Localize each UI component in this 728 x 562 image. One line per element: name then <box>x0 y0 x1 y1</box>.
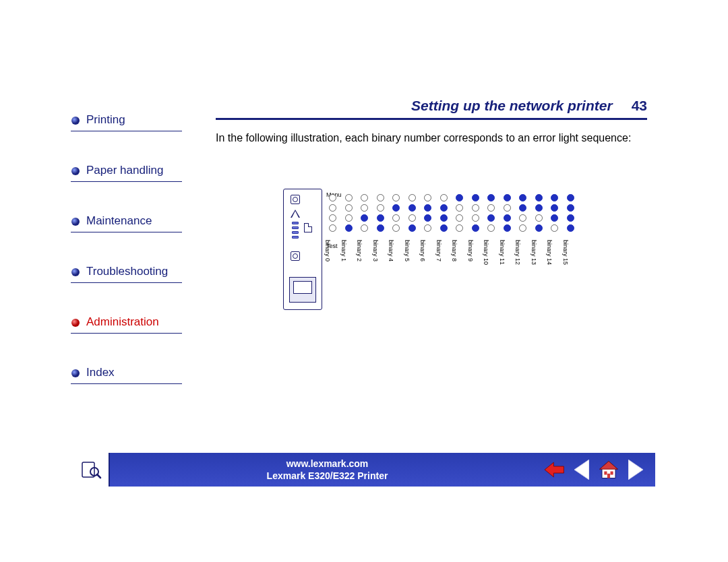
home-icon <box>599 458 619 481</box>
bullet-icon <box>71 369 80 378</box>
bullet-icon <box>71 166 80 176</box>
footer-url[interactable]: www.lexmark.com <box>110 458 545 469</box>
binary-column-label: binary 10 <box>483 240 489 265</box>
ethernet-port-icon <box>289 277 316 303</box>
light-on-icon <box>567 224 574 232</box>
light-off-icon <box>392 224 400 232</box>
binary-column: binary 4 <box>392 194 402 235</box>
light-on-icon <box>456 194 463 201</box>
light-on-icon <box>345 224 353 232</box>
svg-rect-14 <box>611 472 613 475</box>
svg-point-0 <box>71 117 80 125</box>
binary-column-label: binary 14 <box>546 240 553 265</box>
binary-column-label: binary 11 <box>499 240 506 265</box>
binary-column-label: binary 6 <box>419 240 426 261</box>
light-on-icon <box>424 204 431 212</box>
bullet-icon <box>71 116 80 125</box>
light-on-icon <box>408 224 416 232</box>
light-off-icon <box>408 214 416 222</box>
light-off-icon <box>551 224 558 232</box>
home-button[interactable] <box>599 458 619 481</box>
footer-controls <box>545 458 655 481</box>
nav-divider <box>71 333 182 334</box>
sidebar-item-printing[interactable]: Printing <box>71 113 182 131</box>
binary-column: binary 2 <box>361 194 370 235</box>
light-on-icon <box>487 194 495 201</box>
nav-divider <box>71 131 182 131</box>
binary-column: binary 8 <box>456 194 465 235</box>
previous-page-button[interactable] <box>572 458 592 481</box>
svg-rect-13 <box>604 472 607 475</box>
light-off-icon <box>329 224 336 232</box>
next-page-button[interactable] <box>626 458 646 481</box>
page-icon <box>304 223 312 232</box>
light-on-icon <box>567 204 574 212</box>
sidebar-item-administration[interactable]: Administration <box>71 315 182 334</box>
light-off-icon <box>504 204 511 212</box>
light-off-icon <box>345 204 353 212</box>
binary-column: binary 5 <box>408 194 418 235</box>
binary-column-label: binary 0 <box>324 240 331 261</box>
light-on-icon <box>504 214 511 222</box>
light-on-icon <box>487 214 495 222</box>
light-off-icon <box>329 194 336 201</box>
sidebar-item-paper-handling[interactable]: Paper handling <box>71 164 182 182</box>
back-arrow-icon <box>545 460 565 480</box>
sidebar-item-troubleshooting[interactable]: Troubleshooting <box>71 265 182 283</box>
light-off-icon <box>377 194 384 201</box>
light-off-icon <box>377 204 384 212</box>
menu-led-icon <box>291 195 300 204</box>
svg-point-5 <box>71 369 80 377</box>
sidebar-item-label: Paper handling <box>71 164 182 180</box>
light-off-icon <box>329 214 336 222</box>
page-number: 43 <box>632 98 647 114</box>
magnifier-page-icon <box>80 458 102 481</box>
indicator-bars-icon <box>292 222 299 241</box>
light-on-icon <box>551 204 558 212</box>
binary-column-label: binary 2 <box>356 240 363 261</box>
light-on-icon <box>551 194 558 201</box>
sidebar-item-label: Administration <box>71 315 182 332</box>
sidebar-item-label: Printing <box>71 113 182 129</box>
sidebar-item-maintenance[interactable]: Maintenance <box>71 214 182 232</box>
light-on-icon <box>472 194 479 201</box>
header-divider <box>216 118 647 120</box>
sidebar-nav: Printing Paper handling Maintenance Trou… <box>71 113 182 416</box>
binary-column: binary 0 <box>329 194 338 235</box>
bullet-icon <box>71 318 80 327</box>
light-on-icon <box>408 204 416 212</box>
page-header: Setting up the network printer 43 <box>216 98 647 120</box>
binary-column: binary 3 <box>377 194 386 235</box>
footer-model: Lexmark E320/E322 Printer <box>110 470 545 481</box>
light-on-icon <box>535 204 543 212</box>
light-off-icon <box>519 214 526 222</box>
light-on-icon <box>519 194 526 201</box>
search-button[interactable] <box>73 453 110 487</box>
light-on-icon <box>440 214 448 222</box>
binary-column: binary 6 <box>424 194 433 235</box>
svg-marker-10 <box>574 460 589 480</box>
light-on-icon <box>440 224 448 232</box>
sidebar-item-index[interactable]: Index <box>71 366 182 384</box>
light-on-icon <box>472 224 479 232</box>
binary-column: binary 1 <box>345 194 355 235</box>
footer-center: www.lexmark.com Lexmark E320/E322 Printe… <box>110 458 545 481</box>
light-off-icon <box>487 204 495 212</box>
light-off-icon <box>329 204 336 212</box>
nav-divider <box>71 181 182 182</box>
binary-column: binary 14 <box>551 194 560 235</box>
light-on-icon <box>551 214 558 222</box>
binary-column: binary 9 <box>472 194 481 235</box>
light-off-icon <box>361 224 368 232</box>
light-on-icon <box>424 214 431 222</box>
light-on-icon <box>567 194 574 201</box>
nav-divider <box>71 383 182 384</box>
light-off-icon <box>424 224 431 232</box>
light-off-icon <box>487 224 495 232</box>
go-back-button[interactable] <box>545 458 565 481</box>
triangle-right-icon <box>628 460 643 480</box>
bullet-icon <box>71 268 80 277</box>
sidebar-item-label: Index <box>71 366 182 382</box>
binary-column: binary 12 <box>519 194 528 235</box>
svg-marker-16 <box>628 460 643 480</box>
